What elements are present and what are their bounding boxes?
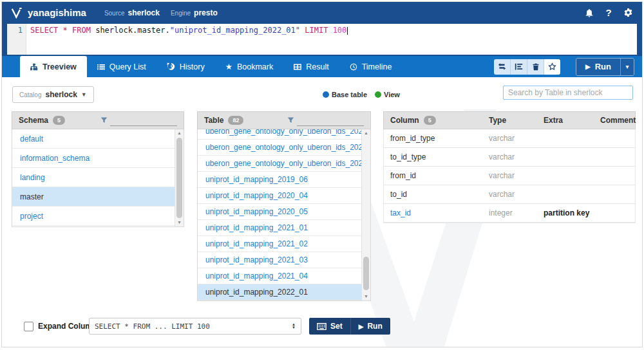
table-item[interactable]: uniprot_id_mapping_2019_06 [198, 172, 362, 188]
column-row: to_id varchar [384, 185, 635, 204]
column-type: varchar [489, 152, 544, 161]
app-title: yanagishima [28, 7, 86, 18]
column-panel: Column 5 Type Extra Comment from_id_type… [383, 111, 636, 223]
engine-value[interactable]: presto [194, 8, 218, 17]
query-editor-wrap: 1 SELECT * FROM sherlock.master."uniprot… [2, 23, 642, 56]
tab-query-list[interactable]: Query List [87, 56, 156, 77]
column-table: from_id_type varchar to_id_type varchar … [383, 129, 636, 223]
tab-label: Result [306, 62, 328, 71]
table-scroll-thumb[interactable] [363, 257, 369, 290]
table-item[interactable]: uniprot_id_mapping_2020_04 [198, 188, 362, 204]
footer-buttons: Set ▶ Run [309, 318, 390, 335]
bookmark-star-icon[interactable] [544, 59, 560, 75]
tab-timeline[interactable]: Timeline [339, 56, 402, 77]
run-split-button: ▶ Run ▾ [576, 58, 634, 76]
schema-item-selected[interactable]: master [12, 187, 175, 207]
editor-tools-group [494, 59, 560, 75]
schema-panel: Schema 5 default information_schema land… [12, 111, 184, 227]
engine-label: Engine [171, 10, 191, 17]
format-query-icon[interactable] [511, 59, 527, 75]
query-editor[interactable]: 1 SELECT * FROM sherlock.master."uniprot… [7, 24, 637, 55]
schema-item[interactable]: project [12, 207, 175, 226]
footer-run-button[interactable]: ▶ Run [350, 318, 390, 335]
schema-item[interactable]: landing [12, 168, 175, 187]
catalog-value: sherlock [45, 90, 77, 99]
tab-history[interactable]: History [156, 56, 215, 77]
swap-query-icon[interactable] [494, 59, 511, 75]
clear-trash-icon[interactable] [527, 59, 544, 75]
table-search-input[interactable] [503, 86, 633, 100]
connection-meta: Source sherlock Engine presto [104, 8, 225, 17]
sql-query-text[interactable]: SELECT * FROM sherlock.master."uniprot_i… [26, 24, 637, 55]
chevron-down-icon: ▼ [81, 91, 87, 98]
sql-keyword: SELECT * FROM [30, 26, 95, 35]
help-icon[interactable]: ? [603, 8, 614, 18]
expand-columns-checkbox[interactable] [24, 322, 33, 331]
query-template-select[interactable]: SELECT * FROM ... LIMIT 100 ▲▼ [89, 318, 301, 335]
table-item[interactable]: uniprot_id_mapping_2021_04 [198, 268, 362, 284]
sitemap-icon [30, 63, 38, 71]
tab-result[interactable]: Result [283, 56, 339, 77]
table-scrollbar[interactable]: ▲ ▼ [361, 129, 370, 300]
column-name: from_id [390, 171, 489, 180]
keyboard-icon [317, 323, 327, 330]
tab-label: Treeview [43, 62, 77, 71]
sql-keyword-limit: LIMIT [300, 26, 333, 35]
table-panel: Table 82 uberon_gene_ontology_only_ubero… [197, 111, 371, 301]
column-name: to_id_type [390, 152, 489, 161]
schema-filter-input[interactable] [110, 115, 177, 126]
schema-item[interactable]: default [12, 129, 175, 149]
table-item[interactable]: uberon_gene_ontology_only_uberon_ids_202… [198, 156, 362, 172]
column-row: to_id_type varchar [384, 148, 635, 167]
notifications-bell-icon[interactable] [584, 8, 594, 18]
set-button[interactable]: Set [309, 318, 350, 335]
table-panel-header: Table 82 [197, 111, 371, 129]
schema-count-badge: 5 [53, 116, 65, 125]
settings-gear-icon[interactable] [623, 8, 633, 18]
column-type: varchar [489, 171, 544, 180]
column-panel-title: Column [390, 116, 419, 125]
tab-bookmark[interactable]: ★ Bookmark [215, 56, 284, 77]
table-item[interactable]: uniprot_id_mapping_2020_05 [198, 204, 362, 220]
tab-treeview[interactable]: Treeview [20, 56, 87, 77]
scroll-up-icon[interactable]: ▲ [362, 129, 370, 137]
scroll-down-icon[interactable]: ▼ [175, 219, 184, 226]
source-value[interactable]: sherlock [128, 8, 160, 17]
query-template-value: SELECT * FROM ... LIMIT 100 [95, 322, 292, 331]
view-legend-label: View [384, 91, 400, 98]
run-button[interactable]: ▶ Run [576, 59, 620, 75]
table-count-badge: 82 [228, 116, 243, 125]
scroll-down-icon[interactable]: ▼ [362, 293, 370, 300]
treeview-content: Catalog sherlock ▼ Base table View Schem… [2, 77, 642, 347]
table-item[interactable]: uniprot_id_mapping_2021_03 [198, 252, 362, 268]
table-filter-input[interactable] [297, 115, 364, 126]
clock-icon [350, 63, 357, 71]
run-options-caret[interactable]: ▾ [620, 59, 634, 75]
table-item[interactable]: uniprot_id_mapping_2021_02 [198, 236, 362, 252]
table-item[interactable]: uberon_gene_ontology_only_uberon_ids_202… [198, 140, 362, 156]
table-item-selected[interactable]: uniprot_id_mapping_2022_01 [198, 284, 362, 300]
filter-funnel-icon [287, 115, 294, 126]
column-count-badge: 5 [424, 116, 436, 125]
column-row: from_id varchar [384, 167, 635, 185]
schema-scrollbar[interactable]: ▲ ▼ [175, 129, 184, 226]
column-type: varchar [489, 190, 544, 199]
table-item[interactable]: uniprot_id_mapping_2021_01 [198, 220, 362, 236]
scroll-up-icon[interactable]: ▲ [175, 129, 184, 137]
tab-bar: Treeview Query List History ★ Bookmark [2, 56, 642, 77]
top-bar: yanagishima Source sherlock Engine prest… [2, 2, 642, 23]
table-icon [294, 63, 301, 71]
select-spinner-icon: ▲▼ [292, 323, 296, 329]
schema-panel-header: Schema 5 [12, 111, 184, 129]
schema-scroll-thumb[interactable] [176, 138, 182, 218]
footer-run-label: Run [367, 322, 382, 331]
text-cursor [347, 27, 348, 35]
schema-panel-title: Schema [19, 116, 48, 125]
column-name-link[interactable]: tax_id [390, 208, 489, 217]
sql-quoted-identifier: "uniprot_id_mapping_2022_01" [170, 26, 300, 35]
table-item-clipped[interactable]: uberon_gene_ontology_only_uberon_ids_202… [198, 129, 362, 140]
schema-item[interactable]: information_schema [12, 149, 175, 168]
app-window: yanagishima Source sherlock Engine prest… [1, 1, 643, 347]
run-button-label: Run [595, 62, 611, 71]
catalog-selector[interactable]: Catalog sherlock ▼ [12, 86, 94, 103]
